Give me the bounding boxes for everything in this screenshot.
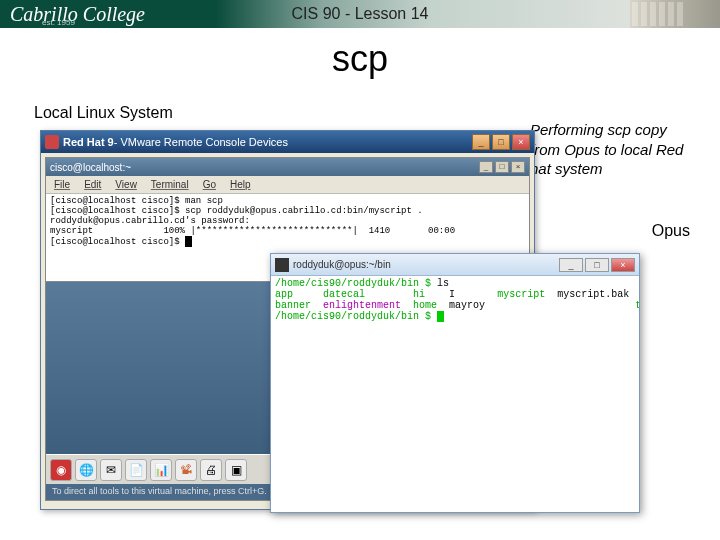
putty-icon	[275, 258, 289, 272]
term-minimize-button[interactable]: _	[479, 161, 493, 173]
cursor-icon	[437, 311, 444, 322]
taskbar-terminal-icon[interactable]: ▣	[225, 459, 247, 481]
file: mayroy	[449, 300, 485, 311]
file: datecal	[323, 289, 365, 300]
file: enlightenment	[323, 300, 401, 311]
taskbar-mail-icon[interactable]: ✉	[100, 459, 122, 481]
term-line: [cisco@localhost cisco]$ man scp	[50, 196, 223, 206]
cursor-icon	[185, 236, 192, 247]
scp-caption: Performing scp copy from Opus to local R…	[530, 120, 700, 179]
term-line: myscript 100% |*************************…	[50, 226, 455, 236]
minimize-button[interactable]: _	[472, 134, 490, 150]
opus-title-text: roddyduk@opus:~/bin	[293, 259, 391, 270]
opus-terminal[interactable]: /home/cis90/roddyduk/bin $ ls app dateca…	[271, 276, 639, 512]
terminal-title: cisco@localhost:~	[50, 162, 131, 173]
maximize-button[interactable]: □	[492, 134, 510, 150]
taskbar-calc-icon[interactable]: 📊	[150, 459, 172, 481]
banner-photo	[630, 0, 720, 28]
terminal-titlebar[interactable]: cisco@localhost:~ _ □ ×	[46, 158, 529, 176]
menu-edit[interactable]: Edit	[84, 179, 101, 190]
opus-prompt2: /home/cis90/roddyduk/bin $	[275, 311, 437, 322]
file: tryme	[635, 300, 639, 311]
term-line: [cisco@localhost cisco]$	[50, 237, 185, 247]
term-maximize-button[interactable]: □	[495, 161, 509, 173]
terminal-menubar[interactable]: File Edit View Terminal Go Help	[46, 176, 529, 194]
opus-close-button[interactable]: ×	[611, 258, 635, 272]
taskbar-globe-icon[interactable]: 🌐	[75, 459, 97, 481]
term-line: [cisco@localhost cisco]$ scp roddyduk@op…	[50, 206, 423, 216]
established-text: est. 1959	[42, 18, 75, 27]
file: myscript.bak	[557, 289, 629, 300]
opus-maximize-button[interactable]: □	[585, 258, 609, 272]
file: home	[413, 300, 437, 311]
local-system-label: Local Linux System	[34, 104, 173, 122]
opus-window[interactable]: roddyduk@opus:~/bin _ □ × /home/cis90/ro…	[270, 253, 640, 513]
taskbar-redhat-icon[interactable]: ◉	[50, 459, 72, 481]
opus-cmd: ls	[437, 278, 449, 289]
menu-help[interactable]: Help	[230, 179, 251, 190]
menu-view[interactable]: View	[115, 179, 137, 190]
course-title: CIS 90 - Lesson 14	[292, 5, 429, 23]
opus-titlebar[interactable]: roddyduk@opus:~/bin _ □ ×	[271, 254, 639, 276]
redhat-icon	[45, 135, 59, 149]
page-title: scp	[0, 38, 720, 80]
opus-prompt: /home/cis90/roddyduk/bin $	[275, 278, 437, 289]
file: hi	[413, 289, 425, 300]
menu-go[interactable]: Go	[203, 179, 216, 190]
file: app	[275, 289, 293, 300]
menu-terminal[interactable]: Terminal	[151, 179, 189, 190]
menu-file[interactable]: File	[54, 179, 70, 190]
vmware-title-suffix: - VMware Remote Console Devices	[114, 136, 288, 148]
term-close-button[interactable]: ×	[511, 161, 525, 173]
taskbar-writer-icon[interactable]: 📄	[125, 459, 147, 481]
vmware-title-prefix: Red Hat 9	[63, 136, 114, 148]
header-banner: Cabrillo College est. 1959 CIS 90 - Less…	[0, 0, 720, 28]
close-button[interactable]: ×	[512, 134, 530, 150]
taskbar-impress-icon[interactable]: 📽	[175, 459, 197, 481]
opus-label: Opus	[652, 222, 690, 240]
file: I	[449, 289, 455, 300]
file: myscript	[497, 289, 545, 300]
opus-minimize-button[interactable]: _	[559, 258, 583, 272]
term-line: roddyduk@opus.cabrillo.cd's password:	[50, 216, 250, 226]
taskbar-print-icon[interactable]: 🖨	[200, 459, 222, 481]
file: banner	[275, 300, 311, 311]
vmware-titlebar[interactable]: Red Hat 9 - VMware Remote Console Device…	[41, 131, 534, 153]
